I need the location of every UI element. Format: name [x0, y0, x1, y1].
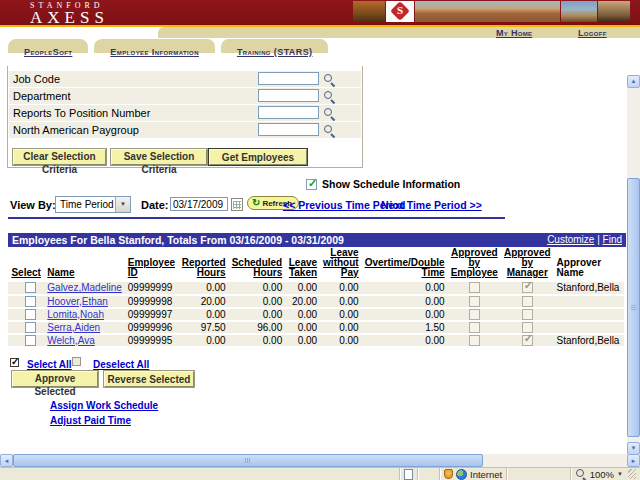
grid-title-bar: Employees For Bella Stanford, Totals Fro… — [8, 233, 626, 247]
date-input[interactable] — [170, 197, 228, 211]
employee-id: 09999996 — [125, 321, 179, 334]
status-page-segment — [400, 468, 418, 480]
employee-name-link[interactable]: Hoover,Ethan — [47, 296, 108, 307]
reports-to-input[interactable] — [258, 106, 319, 119]
scheduled-hours: 0.00 — [229, 282, 286, 295]
select-all-link[interactable]: Select All — [27, 359, 72, 370]
next-time-period-link[interactable]: Next Time Period >> — [381, 199, 482, 211]
reverse-selected-button[interactable]: Reverse Selected — [104, 371, 194, 387]
campus-photo — [415, 1, 560, 22]
adjust-paid-time-link[interactable]: Adjust Paid Time — [50, 415, 131, 426]
department-input[interactable] — [258, 89, 319, 102]
scroll-left-button[interactable]: ◄ — [0, 454, 13, 467]
paygroup-input[interactable] — [258, 123, 319, 136]
customize-link[interactable]: Customize — [547, 234, 594, 245]
paygroup-lookup-icon[interactable] — [323, 124, 335, 136]
overtime-double-time: 0.00 — [362, 295, 448, 308]
leave-without-pay: 0.00 — [320, 282, 362, 295]
col-employee-id[interactable]: Employee ID — [125, 247, 179, 282]
employees-grid: Select Name Employee ID Reported Hours S… — [8, 247, 624, 348]
employee-id: 09999999 — [125, 282, 179, 295]
scroll-up-button[interactable]: ▲ — [627, 75, 640, 88]
tab-peoplesoft[interactable]: PeopleSoft — [8, 39, 88, 53]
col-name[interactable]: Name — [44, 247, 124, 282]
col-reported-hours[interactable]: Reported Hours — [179, 247, 229, 282]
row-select-checkbox[interactable] — [25, 282, 36, 293]
show-schedule-checkbox[interactable] — [306, 179, 317, 190]
deselect-all-link[interactable]: Deselect All — [93, 359, 149, 370]
row-select-checkbox[interactable] — [25, 296, 36, 307]
leave-taken: 20.00 — [285, 295, 320, 308]
select-all-icon[interactable] — [10, 358, 19, 367]
chevron-down-icon[interactable]: ▼ — [115, 197, 130, 212]
approved-by-employee-checkbox — [469, 322, 480, 333]
approve-selected-button[interactable]: Approve Selected — [12, 371, 98, 387]
col-scheduled-hours[interactable]: Scheduled Hours — [229, 247, 286, 282]
department-lookup-icon[interactable] — [323, 90, 335, 102]
get-employees-button[interactable]: Get Employees — [209, 149, 307, 165]
field-row-paygroup: North American Paygroup — [9, 122, 361, 138]
page-icon — [404, 469, 413, 480]
horizontal-scrollbar-thumb[interactable] — [13, 454, 483, 467]
employee-name-link[interactable]: Welch,Ava — [47, 335, 94, 346]
deselect-all-icon[interactable] — [72, 357, 81, 366]
zoom-caret-icon[interactable]: ▼ — [617, 471, 623, 477]
vertical-scrollbar[interactable]: ▲ ▼ — [627, 75, 640, 455]
scheduled-hours: 0.00 — [229, 308, 286, 321]
employee-name-link[interactable]: Galvez,Madeline — [47, 282, 121, 293]
leave-taken: 0.00 — [285, 308, 320, 321]
date-label: Date: — [141, 199, 169, 211]
logoff-link[interactable]: Logoff — [578, 28, 607, 38]
job-code-label: Job Code — [13, 73, 60, 85]
approved-by-employee-checkbox — [469, 282, 480, 293]
field-row-job-code: Job Code — [9, 71, 361, 87]
col-approved-by-manager[interactable]: Approved by Manager — [501, 247, 554, 282]
approved-by-employee-checkbox — [469, 335, 480, 346]
axess-window: STANFORD AXESS S My Home Logoff PeopleSo… — [0, 0, 640, 480]
approved-by-manager-checkbox — [522, 335, 533, 346]
approved-by-manager-checkbox — [522, 309, 533, 320]
save-selection-criteria-button[interactable]: Save Selection Criteria — [111, 149, 207, 165]
vertical-scrollbar-thumb[interactable] — [627, 178, 640, 437]
approved-by-employee-checkbox — [469, 296, 480, 307]
clear-selection-criteria-button[interactable]: Clear Selection Criteria — [13, 149, 106, 165]
approver-name — [554, 295, 624, 308]
row-select-checkbox[interactable] — [25, 335, 36, 346]
find-link[interactable]: Find — [603, 234, 622, 245]
top-strip: My Home Logoff — [158, 27, 640, 38]
col-leave-taken[interactable]: Leave Taken — [285, 247, 320, 282]
scheduled-hours: 0.00 — [229, 334, 286, 347]
paygroup-label: North American Paygroup — [13, 124, 139, 136]
show-schedule-control: Show Schedule Information — [306, 178, 460, 190]
row-select-checkbox[interactable] — [25, 309, 36, 320]
campus-photo-collage: S — [353, 1, 630, 22]
tab-training-stars[interactable]: Training (STARS) — [221, 39, 329, 53]
job-code-input[interactable] — [258, 72, 319, 85]
my-home-link[interactable]: My Home — [496, 28, 532, 38]
status-zone-segment: Internet — [440, 468, 507, 480]
section-divider — [8, 217, 505, 219]
approver-name: Stanford,Bella — [554, 334, 624, 347]
view-by-select[interactable]: Time Period ▼ — [55, 196, 131, 213]
overtime-double-time: 0.00 — [362, 282, 448, 295]
status-zoom-segment[interactable]: 100% ▼ — [571, 468, 640, 480]
employee-row: Hoover,Ethan 09999998 20.00 0.00 20.00 0… — [8, 295, 624, 308]
row-select-checkbox[interactable] — [25, 322, 36, 333]
reports-to-lookup-icon[interactable] — [323, 107, 335, 119]
department-label: Department — [13, 90, 70, 102]
col-leave-without-pay[interactable]: Leave without Pay — [320, 247, 362, 282]
overtime-double-time: 0.00 — [362, 308, 448, 321]
assign-work-schedule-link[interactable]: Assign Work Schedule — [50, 400, 158, 411]
scroll-right-button[interactable]: ► — [627, 454, 640, 467]
employee-name-link[interactable]: Lomita,Noah — [47, 309, 104, 320]
horizontal-scrollbar[interactable]: ◄ ► — [0, 454, 640, 467]
employee-name-link[interactable]: Serra,Aiden — [47, 322, 100, 333]
col-overtime-double-time[interactable]: Overtime/Double Time — [362, 247, 448, 282]
calendar-icon[interactable] — [231, 198, 243, 211]
col-approved-by-employee[interactable]: Approved by Employee — [448, 247, 501, 282]
status-spacer — [507, 468, 571, 480]
tab-employee-information[interactable]: Employee Information — [94, 39, 215, 53]
job-code-lookup-icon[interactable] — [323, 73, 335, 85]
col-select[interactable]: Select — [8, 247, 44, 282]
scheduled-hours: 0.00 — [229, 295, 286, 308]
